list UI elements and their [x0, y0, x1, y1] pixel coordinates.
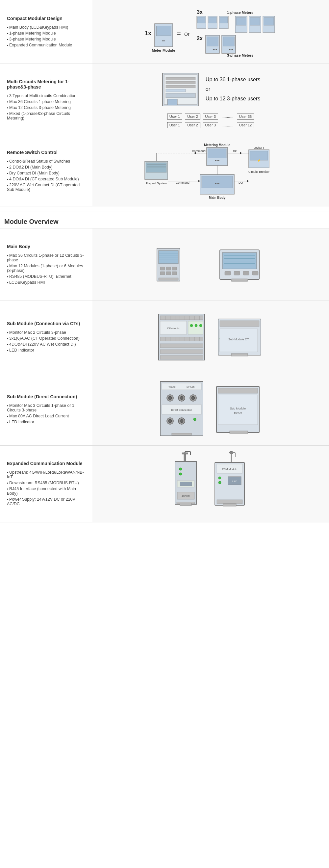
- main-body-device-svg2: [213, 243, 266, 286]
- svg-text:Tiland: Tiland: [168, 385, 176, 389]
- module-main-body-right: [93, 228, 329, 301]
- bullet-item: LED Indicator: [7, 419, 86, 425]
- sub-direct-device-svg2: Sub Module Direct: [213, 380, 264, 439]
- module-sub-ct-left: Sub Module (Connection via CTs) Monitor …: [0, 301, 93, 373]
- svg-rect-32: [166, 81, 195, 84]
- svg-rect-122: [231, 353, 248, 356]
- dots-2: ...........: [220, 123, 235, 127]
- bullet-item: Downstream: RS485 (MODBUS-RTU): [7, 480, 86, 486]
- svg-rect-93: [160, 316, 203, 320]
- up-to-line1: Up to 36 1-phase users: [206, 75, 260, 85]
- module-overview-title: Module Overview: [4, 218, 59, 225]
- bullet-item: Mixed (1-phase&3-phase Circuits Metering…: [7, 111, 86, 121]
- svg-rect-87: [225, 271, 231, 275]
- svg-rect-145: [218, 388, 258, 393]
- bullet-item: RJ45 Interface (connected with Main Body…: [7, 486, 86, 496]
- user-2-3: User 3: [203, 122, 218, 128]
- bullet-item: Max 80A AC Direct Load Current: [7, 413, 86, 419]
- svg-text:=: =: [177, 30, 181, 37]
- svg-rect-143: [172, 433, 192, 435]
- module-sub-ct-bullets: Monitor Max 2 Circuits 3-phsae 3x1(6)A A…: [7, 330, 86, 353]
- bullet-item: Expanded Communication Module: [7, 42, 86, 48]
- svg-rect-118: [160, 349, 203, 353]
- module-main-body-section: Main Body Max 36 Circuits 1-phase or 12 …: [0, 228, 329, 301]
- compact-modular-bullets: Main Body (LCD&Keypads HMI) 1-phase Mete…: [7, 24, 86, 48]
- sub-direct-device-svg: Tiland DFA35 Direct Connection: [157, 380, 208, 439]
- svg-point-140: [168, 420, 172, 423]
- module-sub-direct-right: Tiland DFA35 Direct Connection: [93, 373, 329, 445]
- multi-circuits-text: Up to 36 1-phase users or Up to 12 3-pha…: [206, 75, 260, 103]
- bullet-item: LCD&Keypads HMI: [7, 279, 86, 285]
- svg-text:Direct: Direct: [234, 411, 242, 415]
- svg-text:Direct Connection: Direct Connection: [171, 408, 192, 411]
- bullet-item: 3-phase Metering Module: [7, 36, 86, 42]
- svg-rect-52: [146, 163, 166, 173]
- up-to-line3: Up to 12 3-phase users: [206, 94, 260, 104]
- svg-text:ECM Module: ECM Module: [222, 468, 237, 471]
- user-row-1: User 1 User 2 User 3 ........... User 36: [166, 113, 255, 120]
- svg-text:DO: DO: [238, 181, 243, 184]
- svg-text:Meter Module: Meter Module: [152, 49, 175, 52]
- svg-text:3-phase Meters: 3-phase Meters: [227, 53, 253, 57]
- svg-text:●●●: ●●●: [215, 182, 220, 185]
- svg-point-133: [168, 396, 172, 400]
- module-sub-ct-right: DFW-ALM: [93, 301, 329, 373]
- multi-circuits-top: Up to 36 1-phase users or Up to 12 3-pha…: [161, 71, 260, 107]
- svg-text:DO: DO: [233, 149, 237, 153]
- remote-switch-section: Remote Switch Control Control&Read Statu…: [0, 136, 329, 206]
- svg-rect-33: [166, 85, 195, 88]
- svg-rect-35: [166, 93, 195, 98]
- svg-rect-75: [166, 267, 171, 270]
- module-sub-ct-title: Sub Module (Connection via CTs): [7, 321, 86, 326]
- svg-text:2x: 2x: [197, 36, 203, 41]
- user-1-3: User 3: [203, 114, 218, 120]
- remote-switch-left: Remote Switch Control Control&Read Statu…: [0, 136, 93, 206]
- svg-text:Sub Module CT: Sub Module CT: [228, 338, 249, 341]
- svg-rect-119: [160, 355, 203, 360]
- svg-rect-104: [188, 321, 203, 334]
- svg-text:RJ45: RJ45: [232, 480, 237, 483]
- bullet-item: 2 DO&2 DI (Main Body): [7, 164, 86, 170]
- module-overview-header: Module Overview: [0, 212, 329, 228]
- user-rows: User 1 User 2 User 3 ........... User 36…: [166, 113, 255, 129]
- svg-rect-77: [160, 272, 165, 275]
- svg-text:●●●: ●●●: [212, 48, 218, 51]
- bullet-item: Monitor Max 2 Circuits 3-phsae: [7, 330, 86, 335]
- svg-text:●●●: ●●●: [229, 48, 234, 51]
- svg-rect-89: [243, 271, 249, 275]
- bullet-item: 4 DO&4 DI (CT operated Sub Module): [7, 176, 86, 182]
- svg-rect-14: [220, 17, 228, 23]
- module-sub-direct-left: Sub Module (Direct Connection) Monitor M…: [0, 373, 93, 445]
- svg-rect-74: [160, 267, 165, 270]
- svg-rect-117: [160, 344, 203, 348]
- or-line: or: [206, 85, 260, 94]
- svg-rect-176: [223, 504, 236, 506]
- svg-text:DFA35: DFA35: [187, 385, 195, 389]
- svg-rect-80: [159, 278, 178, 280]
- svg-text:⚡: ⚡: [257, 159, 261, 162]
- svg-rect-2: [156, 26, 171, 36]
- svg-point-106: [195, 324, 197, 327]
- svg-rect-90: [252, 271, 258, 275]
- svg-text:1-phase Meters: 1-phase Meters: [227, 10, 253, 14]
- bullet-item: Max 36 Circuits 1-phase Metering: [7, 99, 86, 105]
- svg-rect-108: [160, 337, 203, 341]
- remote-switch-bullets: Control&Read Status of Switches 2 DO&2 D…: [7, 158, 86, 192]
- svg-text:DFW-ALM: DFW-ALM: [167, 327, 179, 330]
- svg-rect-39: [208, 149, 226, 158]
- bullet-item: 220V AC Wet Contact DI (CT operated Sub …: [7, 182, 86, 192]
- main-body-device-svg: [155, 243, 208, 286]
- bullet-item: Max 36 Circuits 1-phase or 12 Circuits 3…: [7, 252, 86, 263]
- svg-rect-79: [172, 272, 177, 275]
- user-1-1: User 1: [167, 114, 182, 120]
- user-2-2: User 2: [185, 122, 200, 128]
- module-expanded-comm-right: 4G/WiFi ECM Module RJ45: [93, 446, 329, 522]
- svg-rect-36: [167, 99, 177, 105]
- remote-switch-svg: Metering Module ●●● Command DO ON/OFF ⚡ …: [141, 142, 279, 201]
- svg-point-134: [180, 396, 183, 400]
- compact-modular-diagram: 1x ▪▪▪ Meter Module = Or 3x 1-phase Mete…: [93, 0, 329, 64]
- svg-rect-88: [234, 271, 240, 275]
- svg-rect-31: [166, 78, 195, 80]
- multi-circuits-bullets: 3 Types of Multi-circuits Combination Ma…: [7, 93, 86, 121]
- svg-rect-76: [172, 267, 177, 270]
